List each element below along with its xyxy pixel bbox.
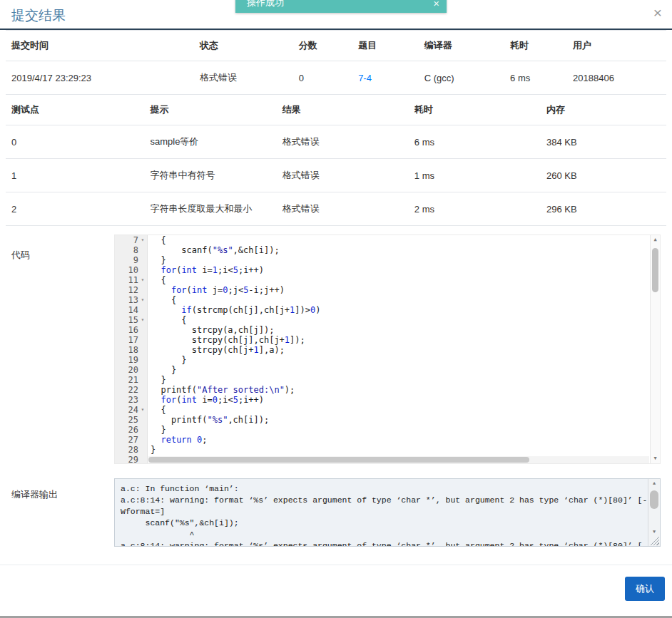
scroll-down-icon[interactable]: ▼ [651, 454, 660, 463]
test-id-cell: 1 [6, 159, 144, 192]
fold-arrow-icon[interactable]: ▾ [138, 295, 147, 305]
fold-arrow-icon[interactable]: ▾ [138, 275, 147, 285]
compiler-output-text: a.c: In function ‘main’: a.c:8:14: warni… [115, 479, 648, 546]
code-line: } [151, 355, 650, 365]
gutter-line: 17 [115, 335, 147, 345]
code-line: printf("%s",ch[i]); [151, 415, 650, 425]
test-result-cell: 格式错误 [277, 125, 409, 159]
line-number: 27 [128, 435, 138, 445]
line-number: 18 [128, 345, 138, 355]
line-number: 23 [128, 395, 138, 405]
gutter-line: 25 [115, 415, 147, 425]
table-row: 0 sample等价 格式错误 6 ms 384 KB [6, 125, 666, 159]
fold-arrow-icon[interactable]: ▾ [138, 235, 147, 245]
test-cases-table: 测试点 提示 结果 耗时 内存 0 sample等价 格式错误 6 ms 384… [6, 95, 666, 226]
tests-header-row: 测试点 提示 结果 耗时 内存 [6, 95, 666, 125]
confirm-button[interactable]: 确认 [625, 577, 665, 601]
submission-row: 2019/4/17 23:29:23 格式错误 0 7-4 C (gcc) 6 … [6, 61, 666, 95]
status-cell: 格式错误 [194, 61, 293, 95]
column-header-hint: 提示 [144, 95, 276, 125]
score-cell: 0 [293, 61, 352, 95]
code-line: return 0; [151, 435, 650, 445]
compiler-vertical-scrollbar[interactable]: ▲ ▼ [648, 479, 660, 546]
problem-link[interactable]: 7-4 [358, 73, 372, 83]
test-time-cell: 2 ms [409, 192, 541, 226]
column-header-elapsed: 耗时 [504, 31, 567, 61]
submission-header-row: 提交时间 状态 分数 题目 编译器 耗时 用户 [6, 31, 666, 61]
line-number: 22 [128, 385, 138, 395]
toast-notification: 操作成功 × [235, 0, 447, 13]
submit-time-cell: 2019/4/17 23:29:23 [6, 61, 194, 95]
line-number: 13 [128, 295, 138, 305]
modal-footer: 确认 [0, 565, 672, 612]
code-line: strcpy(ch[j+1],a); [151, 345, 650, 355]
line-number: 9 [133, 255, 138, 265]
column-header-submit-time: 提交时间 [6, 31, 194, 61]
line-number: 29 [128, 455, 138, 464]
compiler-output-section: 编译器输出 a.c: In function ‘main’: a.c:8:14:… [0, 478, 672, 547]
code-line: } [151, 255, 650, 265]
line-number: 10 [128, 265, 138, 275]
line-number: 17 [128, 335, 138, 345]
test-hint-cell: 字符串长度取最大和最小 [144, 192, 276, 226]
elapsed-cell: 6 ms [504, 61, 567, 95]
test-time-cell: 1 ms [409, 159, 541, 192]
gutter-line: 27 [115, 435, 147, 445]
test-id-cell: 0 [6, 125, 144, 159]
code-lines[interactable]: { scanf("%s",&ch[i]); } for(int i=1;i<5;… [148, 235, 650, 463]
test-memory-cell: 296 KB [541, 192, 666, 226]
line-number: 19 [128, 355, 138, 365]
toast-close-icon[interactable]: × [433, 0, 439, 9]
gutter-line: 14 [115, 305, 147, 315]
code-line: for(int j=0;j<5-i;j++) [151, 285, 650, 295]
submission-result-modal: 操作成功 × 提交结果 × 提交时间 状态 分数 题目 编译器 耗时 用户 20… [0, 0, 672, 618]
line-number: 21 [128, 375, 138, 385]
column-header-compiler: 编译器 [419, 31, 504, 61]
column-header-score: 分数 [293, 31, 352, 61]
line-number: 24 [128, 405, 138, 415]
code-label: 代码 [0, 235, 114, 262]
scroll-down-icon[interactable]: ▼ [648, 527, 660, 537]
gutter-line: 29 [115, 455, 147, 464]
gutter-line: 16 [115, 325, 147, 335]
test-result-cell: 格式错误 [277, 192, 409, 226]
test-hint-cell: sample等价 [144, 125, 276, 159]
line-number: 25 [128, 415, 138, 425]
fold-arrow-icon[interactable]: ▾ [138, 405, 147, 415]
column-header-test-point: 测试点 [6, 95, 144, 125]
scrollbar-thumb[interactable] [148, 457, 529, 463]
user-cell: 20188406 [567, 61, 666, 95]
test-memory-cell: 384 KB [541, 125, 666, 159]
scroll-up-icon[interactable]: ▲ [651, 235, 660, 244]
scrollbar-thumb[interactable] [650, 490, 658, 509]
modal-close-icon[interactable]: × [653, 5, 662, 20]
line-number: 14 [128, 305, 138, 315]
fold-arrow-icon[interactable]: ▾ [138, 315, 147, 325]
code-vertical-scrollbar[interactable]: ▲ ▼ [650, 235, 660, 463]
code-line: printf("After sorted:\n"); [151, 385, 650, 395]
line-number: 16 [128, 325, 138, 335]
compiler-cell: C (gcc) [419, 61, 504, 95]
code-line: { [151, 295, 650, 305]
code-line: for(int i=1;i<5;i++) [151, 265, 650, 275]
code-line: strcpy(a,ch[j]); [151, 325, 650, 335]
code-line: } [151, 425, 650, 435]
gutter-line: 19 [115, 355, 147, 365]
test-id-cell: 2 [6, 192, 144, 226]
toast-message: 操作成功 [247, 0, 284, 9]
submission-table: 提交时间 状态 分数 题目 编译器 耗时 用户 2019/4/17 23:29:… [6, 30, 666, 95]
scrollbar-thumb[interactable] [652, 248, 658, 292]
code-horizontal-scrollbar[interactable] [148, 456, 649, 463]
gutter-line: 23 [115, 395, 147, 405]
compiler-output[interactable]: a.c: In function ‘main’: a.c:8:14: warni… [114, 478, 661, 547]
line-number: 20 [128, 365, 138, 375]
gutter-line: 21 [115, 375, 147, 385]
line-number: 8 [133, 245, 138, 255]
scroll-up-icon[interactable]: ▲ [648, 479, 660, 488]
line-number: 15 [128, 315, 138, 325]
code-editor[interactable]: 7▾891011▾1213▾1415▾161718192021222324▾25… [114, 235, 661, 464]
gutter-line: 28 [115, 445, 147, 455]
code-line: } [151, 445, 650, 455]
line-number: 12 [128, 285, 138, 295]
gutter-line: 9 [115, 255, 147, 265]
